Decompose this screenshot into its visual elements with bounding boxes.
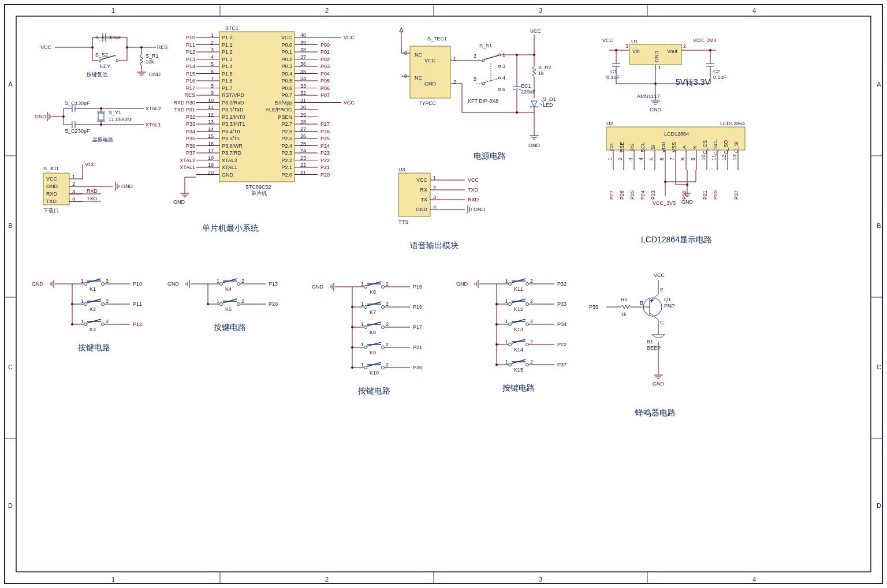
svg-text:8: 8 xyxy=(680,158,685,160)
svg-text:TXD: TXD xyxy=(87,196,98,201)
svg-text:12: 12 xyxy=(208,112,214,118)
svg-text:17: 17 xyxy=(208,148,214,153)
svg-text:P21: P21 xyxy=(320,164,330,170)
keys-group-2: GND1K42P131K52P20按键电路 xyxy=(167,278,278,332)
svg-text:2: 2 xyxy=(617,158,623,160)
svg-text:RXD P30: RXD P30 xyxy=(173,100,195,106)
svg-text:D: D xyxy=(877,502,881,509)
svg-text:P3.0/RxD: P3.0/RxD xyxy=(222,100,244,106)
svg-text:2: 2 xyxy=(474,53,476,59)
svg-text:P07: P07 xyxy=(320,92,330,98)
svg-text:GND: GND xyxy=(474,207,486,212)
svg-text:K3: K3 xyxy=(90,327,96,332)
svg-text:P32: P32 xyxy=(557,281,567,287)
svg-text:P0.2: P0.2 xyxy=(281,57,292,62)
svg-text:GND: GND xyxy=(35,114,47,119)
svg-text:K11: K11 xyxy=(514,286,523,292)
svg-text:7: 7 xyxy=(211,76,214,81)
svg-text:10k: 10k xyxy=(146,59,154,65)
svg-text:P34: P34 xyxy=(186,129,195,134)
svg-text:PSEN: PSEN xyxy=(278,114,292,120)
keys-group-1: GND1K12P101K22P111K32P12按键电路 xyxy=(32,278,142,352)
svg-point-92 xyxy=(100,123,102,126)
svg-point-471 xyxy=(664,181,666,183)
svg-text:20: 20 xyxy=(208,170,214,175)
svg-text:3: 3 xyxy=(433,194,436,200)
svg-text:P36: P36 xyxy=(186,143,195,149)
svg-text:P04: P04 xyxy=(320,71,330,77)
svg-text:10: 10 xyxy=(208,98,214,103)
svg-text:2: 2 xyxy=(241,298,244,304)
svg-point-572 xyxy=(382,326,385,329)
svg-text:A: A xyxy=(681,145,687,149)
svg-text:30: 30 xyxy=(300,104,306,110)
svg-text:TXD: TXD xyxy=(468,187,479,193)
svg-text:P36: P36 xyxy=(413,365,422,370)
oscillator-circuit: GND S_C1 30pF S_C2 30pF S_Y1 11.0592M XT… xyxy=(35,100,161,143)
svg-text:GND: GND xyxy=(653,381,665,387)
svg-point-344 xyxy=(516,54,518,56)
svg-text:P2.0: P2.0 xyxy=(281,172,292,178)
svg-text:P23: P23 xyxy=(650,190,656,200)
svg-text:P27: P27 xyxy=(609,190,614,200)
svg-text:P26: P26 xyxy=(320,129,330,134)
svg-marker-303 xyxy=(400,28,403,32)
svg-text:S_R2: S_R2 xyxy=(538,65,551,70)
svg-point-510 xyxy=(71,323,73,325)
svg-point-538 xyxy=(207,303,209,305)
svg-text:1: 1 xyxy=(505,298,508,304)
svg-text:4: 4 xyxy=(752,7,756,14)
svg-text:3: 3 xyxy=(502,63,505,69)
svg-text:33: 33 xyxy=(300,83,306,89)
svg-text:13: 13 xyxy=(208,119,214,125)
svg-text:P10: P10 xyxy=(133,281,142,287)
svg-text:A: A xyxy=(8,81,13,88)
svg-point-479 xyxy=(84,283,87,286)
svg-text:S_Y1: S_Y1 xyxy=(109,110,121,115)
svg-text:9: 9 xyxy=(211,90,214,96)
svg-text:P02: P02 xyxy=(320,57,330,62)
svg-text:8: 8 xyxy=(211,83,214,89)
svg-text:P35: P35 xyxy=(186,136,195,141)
svg-text:0.1uF: 0.1uF xyxy=(713,74,727,80)
svg-text:TXD: TXD xyxy=(46,199,57,204)
svg-point-636 xyxy=(526,323,529,326)
svg-text:P21: P21 xyxy=(702,190,708,200)
svg-text:RST/VPD: RST/VPD xyxy=(222,92,245,98)
svg-point-660 xyxy=(526,364,529,366)
svg-text:1: 1 xyxy=(81,278,84,284)
svg-text:P00: P00 xyxy=(320,42,330,48)
svg-text:B: B xyxy=(877,222,881,229)
mcu-block: STC1 P1.01P10P1.12P11P1.23P12P1.34P13P1.… xyxy=(173,25,355,205)
svg-text:2: 2 xyxy=(386,301,389,307)
svg-text:LCD12864: LCD12864 xyxy=(720,121,745,126)
reset-circuit: VCC S_EC1 10uF RES S_S2 KEY S_R1 10k GND… xyxy=(40,33,168,77)
svg-text:TYPEC: TYPEC xyxy=(419,100,437,106)
svg-text:3: 3 xyxy=(625,43,628,49)
svg-text:1: 1 xyxy=(81,319,84,324)
svg-text:P1.1: P1.1 xyxy=(222,42,233,48)
svg-text:RXD: RXD xyxy=(87,188,98,194)
svg-text:S_C2: S_C2 xyxy=(65,128,78,134)
svg-point-624 xyxy=(526,303,529,306)
svg-text:P12: P12 xyxy=(133,321,142,327)
svg-point-582 xyxy=(364,346,367,349)
schematic-diagram: 1 2 3 4 1 2 3 4 A B C D A B C D VCC xyxy=(0,0,887,588)
svg-text:2: 2 xyxy=(325,7,329,14)
svg-text:TTS: TTS xyxy=(398,219,408,225)
svg-text:RXD: RXD xyxy=(468,197,479,203)
svg-text:C: C xyxy=(877,364,881,370)
svg-text:P1.0: P1.0 xyxy=(222,35,233,40)
svg-text:16: 16 xyxy=(208,141,214,147)
svg-text:EA/Vpp: EA/Vpp xyxy=(274,100,292,106)
svg-text:1: 1 xyxy=(72,174,75,179)
svg-text:K13: K13 xyxy=(514,327,523,332)
svg-text:P24: P24 xyxy=(640,190,646,200)
svg-text:P16: P16 xyxy=(413,304,422,310)
svg-text:1: 1 xyxy=(361,301,364,307)
svg-text:EC1: EC1 xyxy=(521,83,531,89)
svg-text:GND: GND xyxy=(681,199,694,205)
svg-text:P1.6: P1.6 xyxy=(222,78,233,84)
svg-text:P13: P13 xyxy=(269,281,278,287)
svg-text:CS: CS xyxy=(609,144,614,151)
